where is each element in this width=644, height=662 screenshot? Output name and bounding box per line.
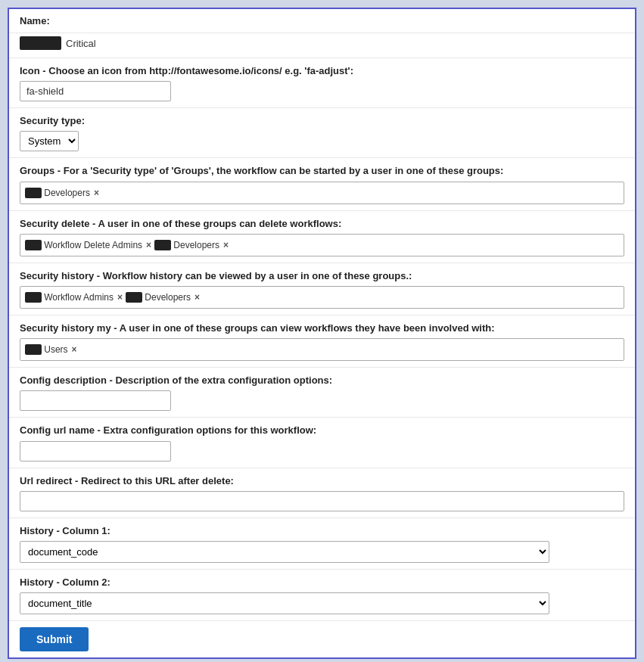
history-col1-label: History - Column 1: — [20, 524, 624, 538]
groups-tag-developers: Developers × — [25, 188, 99, 198]
security-type-select[interactable]: System Groups None — [20, 131, 79, 151]
submit-button[interactable]: Submit — [20, 627, 89, 651]
tag-badge-users — [25, 344, 42, 355]
url-redirect-row: Url redirect - Redirect to this URL afte… — [9, 468, 635, 518]
icon-row: Icon - Choose an icon from http://fontaw… — [9, 58, 635, 108]
history-col2-row: History - Column 2: document_title docum… — [9, 570, 635, 621]
tag-badge — [25, 188, 42, 198]
security-history-row: Security history - Workflow history can … — [9, 263, 635, 315]
security-history-my-tags-container[interactable]: Users × — [20, 338, 624, 361]
config-desc-label: Config description - Description of the … — [20, 374, 624, 387]
security-type-label: Security type: — [20, 114, 624, 128]
history-col1-select[interactable]: document_code document_title status crea… — [20, 541, 549, 563]
tag-label-devs2: Developers — [145, 292, 191, 303]
security-delete-row: Security delete - A user in one of these… — [9, 211, 635, 263]
config-url-label: Config url name - Extra configuration op… — [20, 424, 624, 437]
config-url-row: Config url name - Extra configuration op… — [9, 418, 635, 468]
tag-label-wda: Workflow Delete Admins — [44, 240, 142, 250]
tag-badge-devs2 — [126, 292, 142, 303]
security-type-row: Security type: System Groups None — [9, 108, 635, 158]
tag-label-users: Users — [44, 344, 67, 355]
config-desc-row: Config description - Description of the … — [9, 368, 635, 418]
tag-remove-wa[interactable]: × — [117, 292, 123, 303]
groups-label: Groups - For a 'Security type' of 'Group… — [20, 164, 624, 178]
name-badge — [20, 36, 61, 50]
icon-label: Icon - Choose an icon from http://fontaw… — [20, 64, 624, 78]
security-delete-tag-wda: Workflow Delete Admins × — [25, 240, 151, 250]
name-text: Critical — [66, 38, 96, 49]
config-desc-input[interactable] — [20, 390, 171, 411]
security-history-tags-container[interactable]: Workflow Admins × Developers × — [20, 286, 624, 309]
icon-input[interactable] — [20, 81, 171, 101]
history-col2-label: History - Column 2: — [20, 576, 624, 589]
history-col2-select[interactable]: document_title document_code status crea… — [20, 592, 549, 614]
security-delete-tag-devs: Developers × — [154, 240, 229, 250]
tag-badge-devs — [154, 240, 171, 250]
tag-label-wa: Workflow Admins — [44, 292, 114, 303]
form-container: Name: Critical Icon - Choose an icon fro… — [8, 8, 636, 659]
name-label: Name: — [20, 15, 50, 26]
tag-remove-devs[interactable]: × — [223, 240, 229, 250]
security-history-tag-wa: Workflow Admins × — [25, 292, 123, 303]
tag-remove-users[interactable]: × — [72, 344, 77, 355]
security-history-my-row: Security history my - A user in one of t… — [9, 315, 635, 368]
tag-badge-wa — [25, 292, 42, 303]
tag-badge-wda — [25, 240, 42, 250]
security-history-my-label: Security history my - A user in one of t… — [20, 322, 624, 335]
security-delete-tags-container[interactable]: Workflow Delete Admins × Developers × — [20, 234, 624, 256]
submit-row: Submit — [9, 621, 635, 657]
history-col1-row: History - Column 1: document_code docume… — [9, 518, 635, 570]
config-url-input[interactable] — [20, 441, 171, 462]
tag-remove-wda[interactable]: × — [146, 240, 151, 250]
security-delete-label: Security delete - A user in one of these… — [20, 217, 624, 231]
groups-row: Groups - For a 'Security type' of 'Group… — [9, 158, 635, 210]
tag-label-developers: Developers — [44, 188, 90, 198]
name-row: Name: — [9, 9, 635, 33]
tag-remove-devs2[interactable]: × — [194, 292, 200, 303]
security-history-label: Security history - Workflow history can … — [20, 269, 624, 283]
tag-remove-developers[interactable]: × — [94, 188, 99, 198]
security-history-my-tag-users: Users × — [25, 344, 77, 355]
groups-tags-container[interactable]: Developers × — [20, 182, 624, 204]
tag-label-devs: Developers — [173, 240, 219, 250]
url-redirect-input[interactable] — [20, 491, 624, 511]
url-redirect-label: Url redirect - Redirect to this URL afte… — [20, 474, 624, 488]
security-history-tag-devs2: Developers × — [126, 292, 200, 303]
